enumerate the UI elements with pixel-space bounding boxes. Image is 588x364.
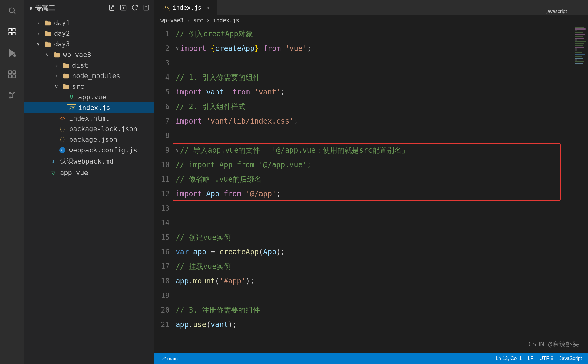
breadcrumb: wp-vae3 › src › index.js <box>154 15 588 25</box>
refresh-icon[interactable] <box>131 4 138 12</box>
svg-rect-12 <box>13 75 15 78</box>
code-token: // import App from '@/app.vue'; <box>176 157 311 172</box>
search-icon[interactable] <box>5 3 20 18</box>
tab-close-icon[interactable]: ✕ <box>206 5 210 11</box>
code-token: ; <box>307 41 311 56</box>
tree-item-index-js[interactable]: JS index.js <box>24 102 154 113</box>
code-token: vant <box>211 317 228 332</box>
tree-item-wp-vae3[interactable]: ∨ wp-vae3 <box>24 49 154 60</box>
code-token: ); <box>276 245 285 259</box>
code-token: ; <box>276 187 280 201</box>
encoding[interactable]: UTF-8 <box>540 356 553 361</box>
tree-item-webpack-config[interactable]: W webpack.config.js <box>24 145 154 155</box>
code-token: ); <box>246 274 254 288</box>
tree-label-app-vue-day3: app.vue <box>60 169 88 177</box>
tree-item-src[interactable]: ∨ src <box>24 81 154 92</box>
code-line-9: ∨ // 导入app.vue的文件 「@/app.vue：使用的就是src配置别… <box>176 143 573 157</box>
code-token <box>220 187 224 201</box>
tree-label-index-html: index.html <box>69 114 109 122</box>
code-container[interactable]: 1 2 3 4 5 6 7 8 9 10 11 12 13 14 15 16 1… <box>154 25 573 353</box>
extensions-icon[interactable] <box>5 67 20 82</box>
tree-label-node-modules: node_modules <box>72 72 120 80</box>
tree-label-day2: day2 <box>54 30 70 37</box>
tree-label-wp-vae3: wp-vae3 <box>63 51 91 58</box>
code-line-2: ∨ import {createApp} from 'vue'; <box>176 41 573 56</box>
collapse-icon[interactable] <box>143 4 150 12</box>
code-token: // 1. 引入你需要的组件 <box>176 70 260 85</box>
tree-item-day1[interactable]: › day1 <box>24 18 154 28</box>
tree-item-day3[interactable]: ∨ day3 <box>24 39 154 49</box>
tree-item-webpack-md[interactable]: ⬇ 认识webpack.md <box>24 155 154 167</box>
tree-item-index-html[interactable]: <> index.html <box>24 113 154 124</box>
tree-label-day3: day3 <box>54 40 70 48</box>
code-token: 'vant/lib/index.css' <box>206 114 294 128</box>
code-line-19 <box>176 288 573 303</box>
code-token: var <box>176 245 193 259</box>
code-token: '@/app' <box>246 187 276 201</box>
chevron-right-icon: › <box>51 72 61 80</box>
tree-item-node-modules[interactable]: › node_modules <box>24 71 154 81</box>
tree-item-package-json[interactable]: {} package.json <box>24 134 154 145</box>
folder-open-icon <box>52 51 62 58</box>
tree-label-src: src <box>72 83 84 90</box>
language-status[interactable]: JavaScript <box>559 356 582 361</box>
code-token: import <box>176 187 206 201</box>
watermark: CSDN @麻辣虾头 <box>528 340 579 349</box>
explorer-icon[interactable] <box>5 24 20 39</box>
code-token: ; <box>294 114 298 128</box>
code-line-11: // 像省略 .vue的后缀名 <box>176 172 573 187</box>
folder-icon <box>61 62 71 69</box>
code-token: mount <box>193 274 215 288</box>
code-token: } <box>255 41 259 56</box>
code-line-20: // 3. 注册你需要的组件 <box>176 303 573 317</box>
tree-label-dist: dist <box>72 61 88 69</box>
sidebar: ∨ 专高二 <box>24 0 154 364</box>
file-tree: › day1 › day2 ∨ day3 ∨ <box>24 16 154 179</box>
code-token: App <box>263 245 276 259</box>
code-line-3 <box>176 56 573 70</box>
tab-index-js[interactable]: JS index.js ✕ <box>154 0 217 15</box>
code-token: '#app' <box>220 274 246 288</box>
tree-item-app-vue-day3[interactable]: ▽ app.vue <box>24 167 154 178</box>
chevron-right-icon: › <box>33 30 43 37</box>
vue-file-icon: ▽ <box>48 169 58 177</box>
svg-point-0 <box>9 8 14 13</box>
webpack-icon: W <box>58 147 67 154</box>
code-token <box>224 85 233 99</box>
tree-label-webpack-config: webpack.config.js <box>69 146 137 154</box>
code-line-14 <box>176 216 573 230</box>
code-token: // 3. 注册你需要的组件 <box>176 303 260 317</box>
code-token <box>281 41 285 56</box>
tree-label-package-json: package.json <box>69 136 117 143</box>
tree-item-app-vue-src[interactable]: V̈ app.vue <box>24 92 154 102</box>
tree-item-dist[interactable]: › dist <box>24 60 154 71</box>
code-line-8 <box>176 128 573 143</box>
git-icon[interactable] <box>5 88 20 103</box>
code-token: // 创建vue实例 <box>176 230 231 245</box>
run-icon[interactable]: ! <box>5 45 20 61</box>
code-token: // 像省略 .vue的后缀名 <box>176 172 262 187</box>
line-ending[interactable]: LF <box>528 356 533 361</box>
svg-rect-5 <box>13 32 15 35</box>
cursor-position[interactable]: Ln 12, Col 1 <box>496 356 522 361</box>
svg-text:W: W <box>61 149 62 152</box>
new-folder-icon[interactable] <box>120 4 127 12</box>
code-token: 'vant' <box>254 85 281 99</box>
code-token: from <box>233 85 250 99</box>
code-token: from <box>224 187 241 201</box>
tree-item-package-lock-json[interactable]: {} package-lock.json <box>24 124 154 134</box>
svg-rect-20 <box>144 5 149 10</box>
code-token: { <box>211 41 215 56</box>
tree-item-day2[interactable]: › day2 <box>24 28 154 39</box>
code-token: import <box>176 114 206 128</box>
vue-icon: V̈ <box>67 94 76 101</box>
chevron-down-icon: ∨ <box>33 41 43 47</box>
code-line-5: import vant from 'vant'; <box>176 85 573 99</box>
new-file-icon[interactable] <box>108 4 115 12</box>
code-token: App <box>206 187 219 201</box>
status-right: Ln 12, Col 1 LF UTF-8 JavaScript <box>496 356 582 361</box>
folder-open-icon <box>61 83 71 90</box>
code-token: ); <box>228 317 237 332</box>
code-token: use <box>193 317 206 332</box>
code-line-1: // 倒入creatApp对象 <box>176 27 573 41</box>
